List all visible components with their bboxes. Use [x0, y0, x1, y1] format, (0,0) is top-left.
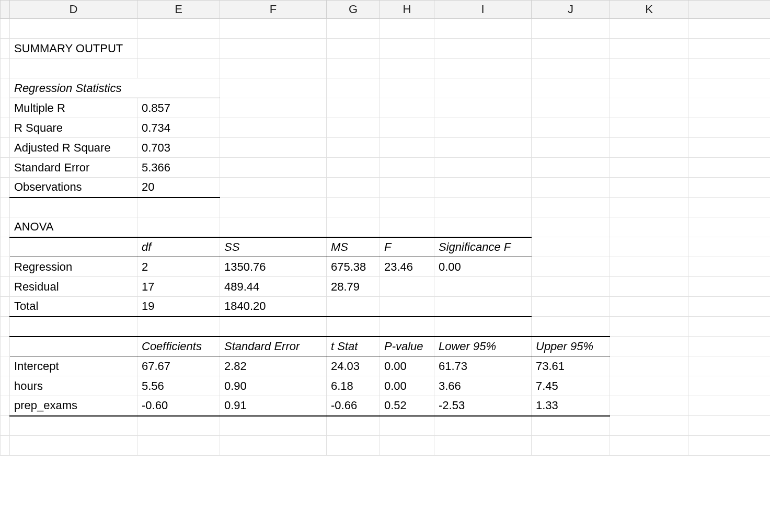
cell[interactable]: [610, 78, 688, 98]
coeff-t[interactable]: -0.66: [327, 396, 380, 416]
cell[interactable]: [610, 178, 688, 198]
coeff-hi[interactable]: 7.45: [532, 376, 610, 396]
cell[interactable]: [610, 158, 688, 178]
coeff-row-label[interactable]: hours: [10, 376, 137, 396]
coeff-header-t[interactable]: t Stat: [327, 337, 380, 356]
col-header-J[interactable]: J: [532, 1, 610, 19]
cell[interactable]: [10, 237, 137, 257]
cell[interactable]: [610, 217, 688, 237]
cell[interactable]: [532, 317, 610, 337]
cell[interactable]: [610, 198, 688, 217]
cell[interactable]: [610, 98, 688, 118]
cell[interactable]: [220, 217, 327, 237]
anova-df[interactable]: 19: [137, 297, 220, 317]
cell[interactable]: [10, 317, 137, 337]
cell[interactable]: [610, 237, 688, 257]
cell[interactable]: [380, 416, 434, 436]
coeff-coef[interactable]: 5.56: [137, 376, 220, 396]
cell[interactable]: [532, 138, 610, 158]
cell[interactable]: [327, 158, 380, 178]
anova-header-sigf[interactable]: Significance F: [434, 237, 532, 257]
regstat-label[interactable]: Observations: [10, 178, 137, 198]
cell[interactable]: [610, 396, 688, 416]
cell[interactable]: [220, 78, 327, 98]
anova-row-label[interactable]: Regression: [10, 257, 137, 277]
regstat-label[interactable]: Standard Error: [10, 158, 137, 178]
cell[interactable]: [220, 158, 327, 178]
cell[interactable]: [610, 436, 688, 456]
cell[interactable]: [434, 158, 532, 178]
cell[interactable]: [532, 118, 610, 138]
cell[interactable]: [137, 39, 220, 59]
cell[interactable]: [434, 317, 532, 337]
cell[interactable]: [532, 19, 610, 39]
coeff-header-se[interactable]: Standard Error: [220, 337, 327, 356]
col-header-I[interactable]: I: [434, 1, 532, 19]
cell[interactable]: [532, 277, 610, 297]
coeff-p[interactable]: 0.00: [380, 376, 434, 396]
regstat-value[interactable]: 0.857: [137, 98, 220, 118]
cell[interactable]: [10, 337, 137, 356]
cell[interactable]: [220, 436, 327, 456]
anova-header-df[interactable]: df: [137, 237, 220, 257]
cell[interactable]: [220, 118, 327, 138]
anova-f[interactable]: [380, 277, 434, 297]
coeff-lo[interactable]: -2.53: [434, 396, 532, 416]
cell[interactable]: [380, 317, 434, 337]
anova-sigf[interactable]: [434, 277, 532, 297]
cell[interactable]: [380, 118, 434, 138]
cell[interactable]: [220, 19, 327, 39]
cell[interactable]: [380, 19, 434, 39]
regstat-value[interactable]: 0.703: [137, 138, 220, 158]
cell[interactable]: [327, 19, 380, 39]
cell[interactable]: [327, 317, 380, 337]
cell[interactable]: [220, 317, 327, 337]
anova-df[interactable]: 2: [137, 257, 220, 277]
coeff-t[interactable]: 24.03: [327, 356, 380, 376]
cell[interactable]: [610, 297, 688, 317]
cell[interactable]: [137, 436, 220, 456]
cell[interactable]: [10, 198, 137, 217]
spreadsheet[interactable]: D E F G H I J K SUMMARY OUTPUT Regressio…: [0, 0, 770, 456]
cell[interactable]: [380, 217, 434, 237]
coeff-t[interactable]: 6.18: [327, 376, 380, 396]
cell[interactable]: [327, 98, 380, 118]
cell[interactable]: [532, 198, 610, 217]
coeff-p[interactable]: 0.00: [380, 356, 434, 376]
cell[interactable]: [10, 436, 137, 456]
cell[interactable]: [434, 198, 532, 217]
cell[interactable]: [327, 118, 380, 138]
cell[interactable]: [532, 237, 610, 257]
cell[interactable]: [380, 178, 434, 198]
anova-ss[interactable]: 1350.76: [220, 257, 327, 277]
cell[interactable]: [610, 277, 688, 297]
coeff-row-label[interactable]: Intercept: [10, 356, 137, 376]
cell[interactable]: [434, 78, 532, 98]
cell[interactable]: [10, 19, 137, 39]
cell[interactable]: [610, 356, 688, 376]
cell[interactable]: [434, 138, 532, 158]
coeff-se[interactable]: 2.82: [220, 356, 327, 376]
cell[interactable]: [434, 217, 532, 237]
anova-row-label[interactable]: Residual: [10, 277, 137, 297]
cell[interactable]: [532, 59, 610, 78]
cell[interactable]: [434, 19, 532, 39]
cell[interactable]: [610, 118, 688, 138]
col-header-H[interactable]: H: [380, 1, 434, 19]
anova-header-ss[interactable]: SS: [220, 237, 327, 257]
coeff-header-p[interactable]: P-value: [380, 337, 434, 356]
cell[interactable]: [532, 158, 610, 178]
regstat-value[interactable]: 0.734: [137, 118, 220, 138]
coeff-header-hi[interactable]: Upper 95%: [532, 337, 610, 356]
cell[interactable]: [327, 39, 380, 59]
cell[interactable]: [327, 178, 380, 198]
anova-f[interactable]: [380, 297, 434, 317]
cell[interactable]: [610, 317, 688, 337]
cell[interactable]: [610, 337, 688, 356]
anova-ss[interactable]: 1840.20: [220, 297, 327, 317]
cell[interactable]: [532, 178, 610, 198]
coeff-lo[interactable]: 3.66: [434, 376, 532, 396]
cell[interactable]: [137, 217, 220, 237]
cell[interactable]: [610, 59, 688, 78]
cell[interactable]: [434, 436, 532, 456]
